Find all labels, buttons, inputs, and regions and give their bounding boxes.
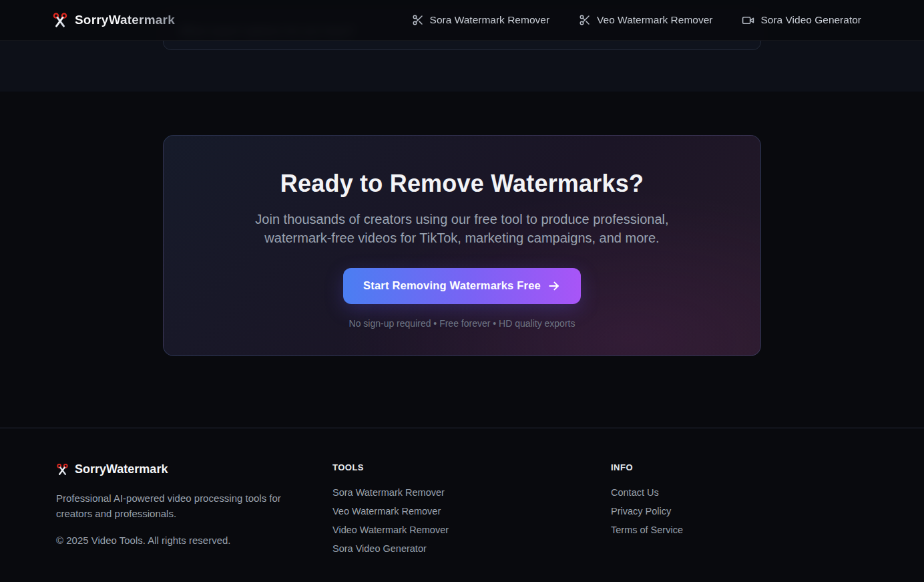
scissors-emoji-icon bbox=[52, 12, 68, 28]
video-camera-icon bbox=[742, 14, 754, 27]
cta-subtitle: Join thousands of creators using our fre… bbox=[245, 210, 679, 248]
footer: SorryWatermark Professional AI-powered v… bbox=[0, 428, 924, 582]
footer-info-column: INFO Contact Us Privacy Policy Terms of … bbox=[611, 462, 868, 562]
footer-column-title: TOOLS bbox=[332, 462, 611, 472]
footer-brand-column: SorryWatermark Professional AI-powered v… bbox=[56, 462, 332, 562]
cta-title: Ready to Remove Watermarks? bbox=[280, 170, 644, 198]
footer-copyright: © 2025 Video Tools. All rights reserved. bbox=[56, 535, 332, 546]
cta-fine-print: No sign-up required • Free forever • HD … bbox=[349, 318, 575, 329]
arrow-right-icon bbox=[547, 279, 561, 293]
brand-logo[interactable]: SorryWatermark bbox=[52, 12, 175, 28]
footer-link-sora-watermark-remover[interactable]: Sora Watermark Remover bbox=[332, 487, 611, 498]
header: SorryWatermark Sora Watermark Remover bbox=[0, 0, 924, 41]
start-removing-watermarks-button[interactable]: Start Removing Watermarks Free bbox=[343, 268, 581, 304]
footer-link-terms-of-service[interactable]: Terms of Service bbox=[611, 525, 868, 535]
scissors-icon bbox=[579, 14, 591, 26]
cta-card: Ready to Remove Watermarks? Join thousan… bbox=[163, 135, 761, 356]
footer-column-title: INFO bbox=[611, 462, 868, 472]
scissors-emoji-icon bbox=[56, 463, 69, 476]
nav-label: Veo Watermark Remover bbox=[597, 14, 712, 26]
brand-name: SorryWatermark bbox=[75, 13, 175, 27]
footer-description: Professional AI-powered video processing… bbox=[56, 490, 310, 522]
nav-label: Sora Video Generator bbox=[760, 14, 861, 26]
nav-label: Sora Watermark Remover bbox=[430, 14, 549, 26]
nav-sora-watermark-remover[interactable]: Sora Watermark Remover bbox=[412, 14, 549, 26]
nav-sora-video-generator[interactable]: Sora Video Generator bbox=[742, 14, 861, 27]
footer-link-veo-watermark-remover[interactable]: Veo Watermark Remover bbox=[332, 506, 611, 517]
footer-link-video-watermark-remover[interactable]: Video Watermark Remover bbox=[332, 525, 611, 535]
footer-link-sora-video-generator[interactable]: Sora Video Generator bbox=[332, 543, 611, 554]
cta-section: Ready to Remove Watermarks? Join thousan… bbox=[0, 92, 924, 428]
page: What export options do you have? SorryWa… bbox=[0, 0, 924, 582]
cta-button-label: Start Removing Watermarks Free bbox=[363, 279, 541, 292]
footer-inner: SorryWatermark Professional AI-powered v… bbox=[56, 428, 868, 562]
main-nav: Sora Watermark Remover Veo Watermark Rem… bbox=[412, 14, 861, 27]
footer-link-privacy-policy[interactable]: Privacy Policy bbox=[611, 506, 868, 517]
footer-brand-logo[interactable]: SorryWatermark bbox=[56, 462, 332, 476]
scissors-icon bbox=[412, 14, 424, 26]
footer-tools-column: TOOLS Sora Watermark Remover Veo Waterma… bbox=[332, 462, 611, 562]
nav-veo-watermark-remover[interactable]: Veo Watermark Remover bbox=[579, 14, 712, 26]
footer-brand-name: SorryWatermark bbox=[75, 462, 168, 476]
footer-link-contact-us[interactable]: Contact Us bbox=[611, 487, 868, 498]
